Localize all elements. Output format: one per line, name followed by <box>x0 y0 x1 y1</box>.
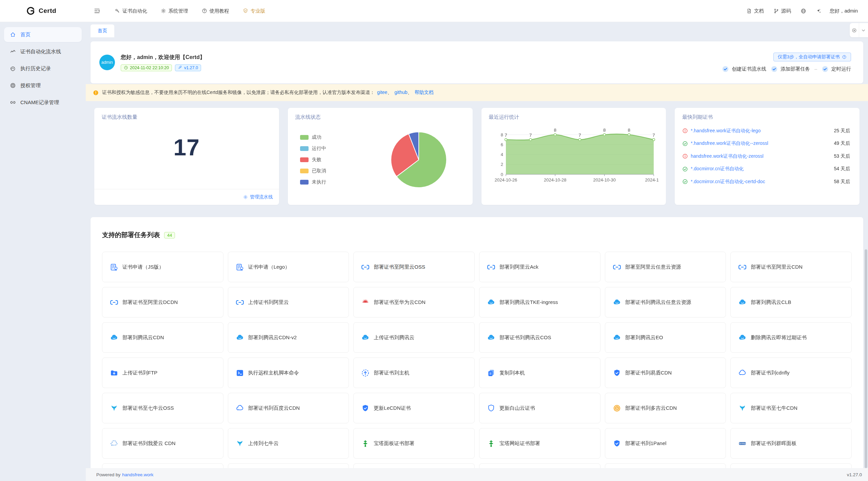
task-card-上传证书到腾讯云[interactable]: 上传证书到腾讯云 <box>353 322 475 353</box>
sidebar-item-首页[interactable]: 首页 <box>4 27 82 42</box>
sidebar: 首页证书自动化流水线执行历史记录授权管理CNAME记录管理 <box>0 22 86 481</box>
alert-link-帮助文档[interactable]: 帮助文档 <box>415 90 434 95</box>
card-title: 证书流水线数量 <box>102 114 272 120</box>
sparkles-icon <box>816 8 822 14</box>
task-card-上传到七牛云[interactable]: 上传到七牛云 <box>228 428 349 459</box>
legend-item-成功[interactable]: 成功 <box>300 132 326 143</box>
app-logo[interactable]: Certd <box>26 6 56 15</box>
task-card-部署证书到百度云CDN[interactable]: 部署证书到百度云CDN <box>228 393 349 423</box>
task-card-部署至阿里云任意云资源[interactable]: 部署至阿里云任意云资源 <box>605 252 726 282</box>
sidebar-item-label: CNAME记录管理 <box>20 99 59 106</box>
manage-pipelines-link[interactable]: 管理流水线 <box>94 189 279 205</box>
nav-item-证书自动化[interactable]: 证书自动化 <box>108 0 154 22</box>
task-card-partial[interactable] <box>353 463 475 468</box>
handsfree-link[interactable]: handsfree.work <box>122 472 153 477</box>
promo-text: 仅需3步，全自动申请部署证书 <box>778 54 840 60</box>
recent-runs-card: 最近运行统计 7787887024682024-10-262024-10-282… <box>481 108 666 205</box>
task-card-label: 执行远程主机脚本命令 <box>248 370 299 376</box>
sidebar-item-授权管理[interactable]: 授权管理 <box>4 78 82 93</box>
task-card-部署证书到群晖面板[interactable]: Synology部署证书到群晖面板 <box>730 428 852 459</box>
legend-item-已取消[interactable]: 已取消 <box>300 165 326 176</box>
promo-badge[interactable]: 仅需3步，全自动申请部署证书 <box>773 53 851 61</box>
header-action-sparkles-icon[interactable] <box>811 0 826 22</box>
task-card-部署到腾讯云CDN[interactable]: 部署到腾讯云CDN <box>102 322 223 353</box>
cert-name-link[interactable]: *.handsfree.work证书自动化-lego <box>691 128 761 134</box>
scrollbar-thumb[interactable] <box>865 249 867 468</box>
task-card-证书申请（Lego）[interactable]: 证书申请（Lego） <box>228 252 349 282</box>
key-icon <box>115 8 120 14</box>
legend-item-运行中[interactable]: 运行中 <box>300 143 326 154</box>
sidebar-item-证书自动化流水线[interactable]: 证书自动化流水线 <box>4 44 82 59</box>
task-card-部署证书至阿里云DCDN[interactable]: 部署证书至阿里云DCDN <box>102 287 223 318</box>
nav-item-专业版[interactable]: 专业版 <box>236 0 272 22</box>
task-card-partial[interactable] <box>102 463 223 468</box>
header-action-文档[interactable]: 文档 <box>742 0 769 22</box>
nav-item-使用教程[interactable]: 使用教程 <box>195 0 236 22</box>
task-card-部署证书到易盾CDN[interactable]: 部署证书到易盾CDN <box>605 358 726 388</box>
cert-name-link[interactable]: *.handsfree.work证书自动化--zerossl <box>691 140 768 147</box>
task-card-部署证书到多吉云CDN[interactable]: D部署证书到多吉云CDN <box>605 393 726 423</box>
task-card-部署证书到cdnfly[interactable]: 部署证书到cdnfly <box>730 358 852 388</box>
task-card-复制到本机[interactable]: 复制到本机 <box>479 358 600 388</box>
task-card-部署证书至华为云CDN[interactable]: 部署证书至华为云CDN <box>353 287 475 318</box>
header-action-源码[interactable]: 源码 <box>769 0 796 22</box>
legend-item-失败[interactable]: 失败 <box>300 154 326 165</box>
legend-item-未执行[interactable]: 未执行 <box>300 176 326 188</box>
task-card-部署到阿里云Ack[interactable]: 部署到阿里云Ack <box>479 252 600 282</box>
task-card-上传证书到FTP[interactable]: 上传证书到FTP <box>102 358 223 388</box>
task-card-label: 部署到腾讯云CDN <box>122 334 164 341</box>
task-card-partial[interactable] <box>730 463 852 468</box>
sidebar-item-CNAME记录管理[interactable]: CNAME记录管理 <box>4 95 82 110</box>
task-card-宝塔面板证书部署[interactable]: 宝塔面板证书部署 <box>353 428 475 459</box>
pipeline-icon <box>10 49 16 55</box>
task-card-部署到腾讯云CDN-v2[interactable]: 部署到腾讯云CDN-v2 <box>228 322 349 353</box>
close-circle-icon <box>852 28 857 33</box>
warn-circle-icon <box>682 153 688 159</box>
task-card-部署到腾讯云TKE-ingress[interactable]: 部署到腾讯云TKE-ingress <box>479 287 600 318</box>
area-chart[interactable]: 7787887024682024-10-262024-10-282024-10-… <box>489 122 658 189</box>
task-card-更新LeCDN证书[interactable]: 更新LeCDN证书 <box>353 393 475 423</box>
user-greeting[interactable]: 您好，admin <box>830 8 858 14</box>
alert-link-gitee[interactable]: gitee <box>377 90 387 95</box>
tab-home[interactable]: 首页 <box>91 24 114 37</box>
task-card-上传证书到阿里云[interactable]: 上传证书到阿里云 <box>228 287 349 318</box>
sidebar-item-执行历史记录[interactable]: 执行历史记录 <box>4 61 82 76</box>
top-header: Certd 证书自动化系统管理使用教程专业版 文档源码 您好，admin <box>0 0 868 22</box>
svg-text:2024-10-28: 2024-10-28 <box>544 177 567 182</box>
cert-name-link[interactable]: *.docmirror.cn证书自动化-certd-doc <box>691 179 765 185</box>
cert-name-link[interactable]: handsfree.work证书自动化-zerossl <box>691 153 764 159</box>
alert-link-github[interactable]: github <box>395 90 408 95</box>
menu-fold-icon[interactable] <box>94 7 100 14</box>
task-card-部署到腾讯云EO[interactable]: 部署到腾讯云EO <box>605 322 726 353</box>
task-card-执行远程主机脚本命令[interactable]: 执行远程主机脚本命令 <box>228 358 349 388</box>
task-card-部署证书至七牛CDN[interactable]: 部署证书至七牛CDN <box>730 393 852 423</box>
task-card-更新白山云证书[interactable]: 更新白山云证书 <box>479 393 600 423</box>
task-card-partial[interactable] <box>228 463 349 468</box>
task-card-证书申请（JS版）[interactable]: 证书申请（JS版） <box>102 252 223 282</box>
task-card-部署证书至阿里云OSS[interactable]: 部署证书至阿里云OSS <box>353 252 475 282</box>
step-separator: – <box>814 66 817 72</box>
task-card-部署证书到我爱云 CDN[interactable]: 部署证书到我爱云 CDN <box>102 428 223 459</box>
page-content: admin 您好，admin，欢迎使用【Certd】 2024-11-02 22… <box>86 37 868 468</box>
nav-item-系统管理[interactable]: 系统管理 <box>154 0 195 22</box>
task-card-部署证书到腾讯云COS[interactable]: 部署证书到腾讯云COS <box>479 322 600 353</box>
pie-chart[interactable] <box>387 128 451 192</box>
task-card-删除腾讯云即将过期证书[interactable]: 删除腾讯云即将过期证书 <box>730 322 852 353</box>
task-card-宝塔网站证书部署[interactable]: 宝塔网站证书部署 <box>479 428 600 459</box>
task-card-部署证书至阿里云CDN[interactable]: 部署证书至阿里云CDN <box>730 252 852 282</box>
task-card-部署证书至七牛云OSS[interactable]: 部署证书至七牛云OSS <box>102 393 223 423</box>
task-card-部署证书到主机[interactable]: 部署证书到主机 <box>353 358 475 388</box>
task-card-partial[interactable] <box>479 463 600 468</box>
task-card-部署证书到1Panel[interactable]: 部署证书到1Panel <box>605 428 726 459</box>
baota-icon <box>361 439 370 448</box>
task-card-部署到腾讯云CLB[interactable]: 部署到腾讯云CLB <box>730 287 852 318</box>
task-card-label: 部署到腾讯云CDN-v2 <box>248 334 297 341</box>
task-card-部署证书到腾讯云任意云资源[interactable]: 部署证书到腾讯云任意云资源 <box>605 287 726 318</box>
question-icon <box>202 8 207 14</box>
task-card-label: 删除腾讯云即将过期证书 <box>751 334 807 341</box>
task-card-partial[interactable] <box>605 463 726 468</box>
header-action-globe-icon[interactable] <box>796 0 811 22</box>
cert-name-link[interactable]: *.docmirror.cn证书自动化 <box>691 166 744 172</box>
tab-menu-button[interactable] <box>859 23 868 37</box>
close-tabs-button[interactable] <box>850 23 859 37</box>
